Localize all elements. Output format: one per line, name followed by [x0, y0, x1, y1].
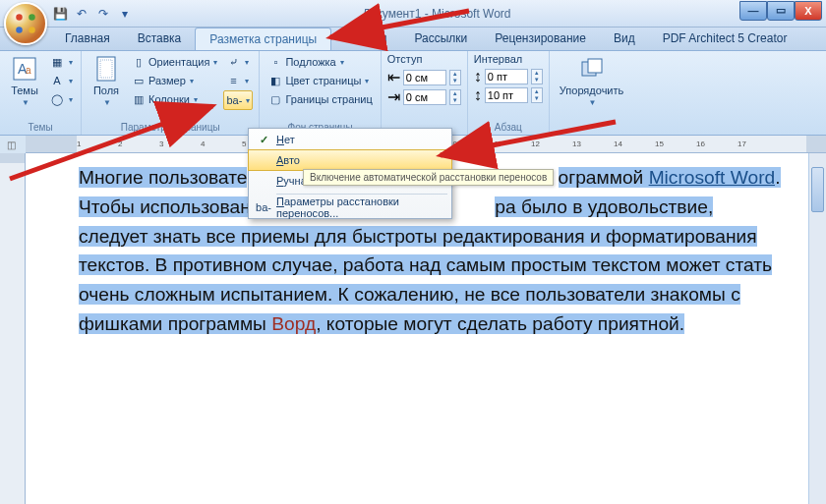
- tab-pdf-architect[interactable]: PDF Architect 5 Creator: [649, 28, 801, 50]
- hyphenation-button[interactable]: ba‑▾: [223, 90, 253, 110]
- themes-icon: Aa: [11, 55, 38, 83]
- group-themes-label: Темы: [6, 121, 75, 135]
- office-button[interactable]: [4, 2, 47, 45]
- breaks-button[interactable]: ⤶▾: [223, 53, 253, 71]
- spacing-after-input[interactable]: [485, 87, 528, 103]
- arrange-button[interactable]: Упорядочить▼: [556, 53, 627, 109]
- spacing-after-icon: ↕: [474, 86, 482, 104]
- save-icon[interactable]: 💾: [51, 5, 69, 23]
- watermark-button[interactable]: ▫Подложка▾: [266, 53, 374, 71]
- indent-left-input[interactable]: [403, 70, 446, 85]
- scrollbar-thumb[interactable]: [811, 167, 824, 212]
- orientation-icon: ▯: [131, 54, 147, 70]
- ribbon: Aa Темы▼ ▦▾ A▾ ◯▾ Темы Поля▼ ▯Ориентация…: [0, 51, 826, 136]
- size-button[interactable]: ▭Размер▾: [129, 72, 219, 89]
- page-borders-icon: ▢: [267, 91, 283, 107]
- hyphenation-icon: ba‑: [226, 92, 242, 108]
- spinner-icon[interactable]: ▲▼: [531, 69, 543, 84]
- arrange-icon: [578, 55, 606, 83]
- palette-icon: ▦: [49, 54, 65, 70]
- spacing-heading: Интервал: [474, 53, 543, 65]
- margins-label: Поля: [93, 84, 119, 96]
- vertical-ruler[interactable]: [0, 153, 26, 504]
- spacing-before[interactable]: ↕▲▼: [474, 68, 543, 85]
- columns-button[interactable]: ▥Колонки▾: [129, 90, 219, 108]
- group-page-background: ▫Подложка▾ ◧Цвет страницы▾ ▢Границы стра…: [260, 51, 381, 135]
- indent-right-icon: ⇥: [387, 87, 400, 106]
- tab-mailings[interactable]: Рассылки: [400, 28, 481, 50]
- spinner-icon[interactable]: ▲▼: [449, 70, 461, 85]
- doc-name: Документ1: [362, 7, 421, 21]
- hyphenation-icon: ba‑: [253, 201, 274, 213]
- indent-left-icon: ⇤: [387, 68, 400, 86]
- group-page-setup: Поля▼ ▯Ориентация▾ ▭Размер▾ ▥Колонки▾ ⤶▾…: [82, 51, 260, 135]
- theme-fonts-button[interactable]: A▾: [47, 72, 75, 89]
- watermark-icon: ▫: [267, 54, 283, 70]
- group-page-setup-label: Параметры страницы: [88, 121, 253, 135]
- line-numbers-icon: ≡: [225, 73, 241, 88]
- spacing-before-input[interactable]: [485, 69, 528, 84]
- page-color-button[interactable]: ◧Цвет страницы▾: [266, 72, 374, 89]
- themes-button[interactable]: Aa Темы▼: [6, 53, 43, 109]
- ruler-corner: ◫: [3, 138, 19, 151]
- word-vord: Ворд: [271, 313, 316, 334]
- svg-text:a: a: [26, 65, 31, 76]
- group-arrange-label: [556, 121, 627, 135]
- redo-icon[interactable]: ↷: [94, 5, 112, 23]
- columns-icon: ▥: [131, 91, 147, 107]
- margins-icon: [92, 55, 120, 83]
- page-color-icon: ◧: [267, 73, 283, 88]
- maximize-button[interactable]: ▭: [767, 1, 795, 21]
- titlebar: 💾 ↶ ↷ ▾ Документ1 - Microsoft Word — ▭ X: [0, 0, 826, 28]
- arrange-label: Упорядочить: [560, 84, 623, 96]
- qat-more-icon[interactable]: ▾: [116, 5, 134, 23]
- spacing-after[interactable]: ↕▲▼: [474, 86, 543, 104]
- minimize-button[interactable]: —: [739, 1, 767, 21]
- tab-review[interactable]: Рецензирование: [481, 28, 600, 50]
- indent-left[interactable]: ⇤▲▼: [387, 68, 461, 86]
- spinner-icon[interactable]: ▲▼: [531, 87, 543, 103]
- group-spacing-label: Абзац: [474, 121, 543, 135]
- theme-effects-button[interactable]: ◯▾: [47, 90, 75, 108]
- themes-label: Темы: [11, 84, 38, 96]
- tab-home[interactable]: Главная: [51, 28, 124, 50]
- tab-view[interactable]: Вид: [600, 28, 649, 50]
- svg-point-2: [16, 27, 23, 33]
- separator: [276, 194, 447, 195]
- theme-colors-button[interactable]: ▦▾: [47, 53, 75, 71]
- group-spacing: Интервал ↕▲▼ ↕▲▼ Абзац: [468, 51, 550, 135]
- line-numbers-button[interactable]: ≡▾: [223, 72, 253, 89]
- tab-references[interactable]: Ссылки: [331, 28, 400, 50]
- orientation-button[interactable]: ▯Ориентация▾: [129, 53, 219, 71]
- link-msword[interactable]: Microsoft Word: [649, 167, 776, 188]
- spinner-icon[interactable]: ▲▼: [449, 89, 461, 105]
- effects-icon: ◯: [49, 91, 65, 107]
- hyphen-auto[interactable]: Авто: [248, 149, 452, 171]
- margins-button[interactable]: Поля▼: [88, 53, 125, 109]
- indent-right-input[interactable]: [403, 89, 446, 105]
- group-arrange: Упорядочить▼: [550, 51, 633, 135]
- close-button[interactable]: X: [795, 1, 822, 21]
- indent-heading: Отступ: [387, 53, 461, 65]
- hyphen-options[interactable]: ba‑ Параметры расстановки переносов...: [249, 196, 451, 218]
- svg-point-0: [16, 14, 23, 21]
- vertical-scrollbar[interactable]: [808, 153, 826, 504]
- check-icon: ✓: [253, 134, 274, 146]
- ribbon-tabs: Главная Вставка Разметка страницы Ссылки…: [0, 28, 826, 51]
- hyphen-none[interactable]: ✓ Нет: [249, 129, 451, 150]
- page-borders-button[interactable]: ▢Границы страниц: [266, 90, 374, 108]
- svg-point-1: [29, 14, 35, 21]
- tab-insert[interactable]: Вставка: [124, 28, 196, 50]
- spacing-before-icon: ↕: [474, 68, 482, 85]
- undo-icon[interactable]: ↶: [73, 5, 90, 23]
- tab-page-layout[interactable]: Разметка страницы: [195, 28, 331, 50]
- group-indent: Отступ ⇤▲▼ ⇥▲▼: [382, 51, 468, 135]
- indent-right[interactable]: ⇥▲▼: [387, 87, 461, 106]
- tooltip: Включение автоматической расстановки пер…: [303, 169, 554, 186]
- size-icon: ▭: [131, 73, 147, 88]
- font-icon: A: [49, 73, 65, 88]
- breaks-icon: ⤶: [225, 54, 241, 70]
- svg-point-3: [29, 27, 35, 33]
- group-themes: Aa Темы▼ ▦▾ A▾ ◯▾ Темы: [0, 51, 82, 135]
- app-name: Microsoft Word: [432, 7, 510, 21]
